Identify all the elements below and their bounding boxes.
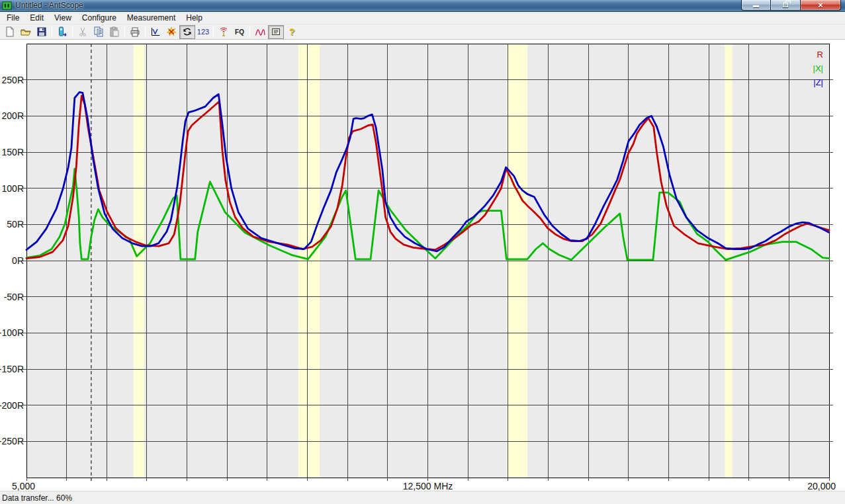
close-button[interactable]: ×	[800, 0, 841, 11]
titlebar[interactable]: Untitled - AntScope ×	[0, 0, 845, 12]
minimize-button[interactable]	[741, 0, 771, 11]
x-axis-label: 20,000	[807, 481, 836, 491]
y-axis-label: 150R	[2, 147, 24, 157]
waveform-button[interactable]	[252, 25, 268, 39]
starburst-icon	[166, 26, 177, 37]
status-text: Data transfer... 60%	[0, 493, 72, 503]
print-button[interactable]	[127, 25, 143, 39]
new-document-icon	[5, 26, 15, 37]
menu-file[interactable]: File	[1, 12, 24, 24]
toolbar-separator	[249, 26, 250, 38]
save-floppy-icon	[36, 26, 47, 37]
chart-plot[interactable]	[0, 40, 845, 491]
copy-button[interactable]	[91, 25, 107, 39]
y-axis-label: -200R	[0, 400, 24, 411]
save-button[interactable]	[34, 25, 50, 39]
minimize-icon	[753, 5, 759, 7]
y-axis-label: -150R	[0, 364, 24, 374]
y-axis-label: -250R	[0, 436, 24, 446]
chart-view-button[interactable]	[148, 25, 163, 39]
printer-icon	[130, 26, 140, 37]
analyzer-device-icon	[57, 26, 67, 37]
new-document-button[interactable]	[2, 25, 18, 39]
toolbar-separator	[145, 26, 146, 38]
legend-item: |Z|	[813, 75, 823, 89]
copy-icon	[93, 26, 104, 37]
y-axis-label: 250R	[2, 75, 24, 85]
refresh-icon	[182, 26, 193, 37]
legend-item: R	[813, 48, 823, 62]
chart-icon	[150, 26, 161, 37]
toolbar-separator	[72, 26, 73, 38]
toolbar-separator	[124, 26, 125, 38]
antscope-window: Untitled - AntScope × File Edit View Con…	[0, 0, 845, 504]
window-title: Untitled - AntScope	[15, 1, 83, 10]
continuous-sweep-button[interactable]	[179, 25, 195, 39]
toolbar: 123 FQ ?	[0, 24, 845, 40]
connect-analyzer-button[interactable]	[54, 25, 70, 39]
statusbar: Data transfer... 60%	[0, 491, 845, 504]
chart-legend: R|X||Z|	[813, 48, 823, 89]
chart-area: 250R200R150R100R50R0R-50R-100R-150R-200R…	[0, 40, 845, 491]
clipboard-icon	[109, 26, 120, 37]
menu-configure[interactable]: Configure	[77, 12, 122, 24]
legend-item: |X|	[813, 62, 823, 75]
y-axis-label: 100R	[2, 183, 24, 194]
menu-measurement[interactable]: Measurement	[122, 12, 181, 24]
list-icon	[271, 26, 281, 37]
antenna-icon	[218, 26, 229, 37]
question-icon: ?	[289, 26, 295, 37]
waveform-icon	[255, 26, 265, 37]
close-icon: ×	[818, 1, 823, 10]
frequency-button[interactable]: FQ	[232, 25, 247, 39]
y-axis-label: -50R	[4, 292, 24, 302]
menu-edit[interactable]: Edit	[24, 12, 49, 24]
legend-toggle-button[interactable]	[268, 25, 284, 39]
y-axis-label: 0R	[12, 255, 24, 266]
scissors-icon	[77, 26, 88, 37]
menu-help[interactable]: Help	[181, 12, 208, 24]
menubar: File Edit View Configure Measurement Hel…	[0, 12, 845, 24]
app-icon	[2, 1, 12, 11]
toolbar-separator	[213, 26, 214, 38]
numeric-display-button[interactable]: 123	[195, 25, 211, 39]
y-axis-label: -100R	[0, 327, 24, 338]
toolbar-separator	[52, 26, 52, 38]
restore-icon	[783, 3, 788, 7]
y-axis-label: 200R	[2, 110, 24, 121]
paste-button[interactable]	[107, 25, 122, 39]
restore-button[interactable]	[771, 0, 800, 11]
fq-icon: FQ	[235, 28, 244, 36]
numeric-123-icon: 123	[197, 28, 209, 36]
abort-button[interactable]	[163, 25, 179, 39]
rf-signal-button[interactable]	[216, 25, 232, 39]
y-axis-label: 50R	[7, 219, 24, 230]
cut-button[interactable]	[75, 25, 91, 39]
caption-buttons: ×	[741, 0, 841, 11]
help-button[interactable]: ?	[284, 25, 300, 39]
x-axis-label: 12,500 MHz	[403, 481, 453, 491]
menu-view[interactable]: View	[49, 12, 77, 24]
open-file-button[interactable]	[18, 25, 34, 39]
x-axis-label: 5,000	[12, 481, 35, 491]
open-folder-icon	[21, 26, 31, 37]
